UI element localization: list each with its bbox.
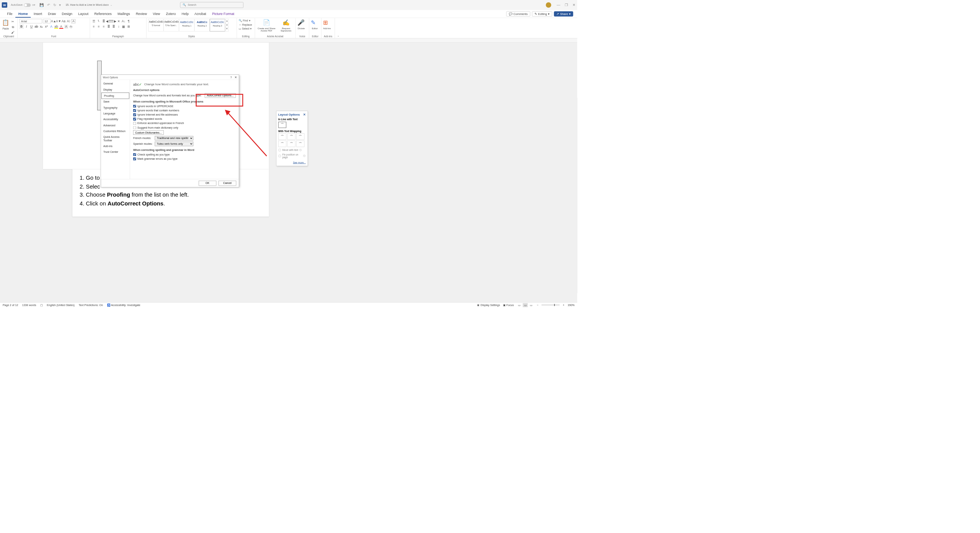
dialog-close-icon[interactable]: ✕ <box>234 76 237 79</box>
styles-down-icon[interactable]: ▾ <box>225 23 228 27</box>
justify-icon[interactable]: ≣ <box>107 25 111 29</box>
font-size-input[interactable]: 12 <box>43 19 51 23</box>
italic-icon[interactable]: I <box>25 25 29 29</box>
editing-mode-button[interactable]: ✎ Editing ▾ <box>532 11 552 17</box>
style-normal[interactable]: AaBbCcDdEe¶ Normal <box>148 19 163 31</box>
user-avatar[interactable] <box>546 2 551 8</box>
cat-trust-center[interactable]: Trust Center <box>101 149 130 155</box>
spell-check-icon[interactable]: ▢ <box>40 303 43 306</box>
tab-acrobat[interactable]: Acrobat <box>191 11 209 17</box>
phonetic-icon[interactable]: A <box>71 19 76 23</box>
checkbox-3[interactable]: Flag repeated words <box>133 118 236 121</box>
select-button[interactable]: ▭ Select ▾ <box>239 27 252 30</box>
cat-advanced[interactable]: Advanced <box>101 122 130 128</box>
cat-addins[interactable]: Add-ins <box>101 143 130 149</box>
cat-language[interactable]: Language <box>101 111 130 116</box>
tab-help[interactable]: Help <box>179 11 191 17</box>
checkbox-2[interactable]: Ignore Internet and file addresses <box>133 113 236 116</box>
checkbox2-0[interactable]: Check spelling as you type <box>133 153 236 156</box>
wrap-topbottom-icon[interactable]: ⌒ <box>278 141 286 147</box>
doctitle-dropdown-icon[interactable]: ⌄ <box>110 3 112 7</box>
paste-button[interactable]: 📋 Paste <box>2 19 10 30</box>
cat-accessibility[interactable]: Accessibility <box>101 116 130 122</box>
align-center-icon[interactable]: ≡ <box>97 25 101 29</box>
style-heading3[interactable]: AaBbCcDcHeading 3 <box>210 19 225 31</box>
cat-customize-ribbon[interactable]: Customize Ribbon <box>101 128 130 134</box>
autosave-toggle[interactable]: AutoSave Off <box>11 3 35 7</box>
grow-font-icon[interactable]: A▲ <box>51 19 56 23</box>
request-signatures-button[interactable]: ✍ Request Signatures <box>279 19 294 32</box>
zoom-in-button[interactable]: + <box>563 303 564 306</box>
qat-dropdown-icon[interactable]: ▾ <box>59 3 61 7</box>
subscript-icon[interactable]: x₂ <box>39 25 43 29</box>
cut-icon[interactable]: ✂ <box>11 20 15 24</box>
collapse-ribbon-icon[interactable]: ⌄ <box>337 35 339 38</box>
align-right-icon[interactable]: ≡ <box>102 25 106 29</box>
char-shading-icon[interactable]: A <box>64 25 68 29</box>
styles-more-icon[interactable]: ≡ <box>225 27 228 31</box>
shading-icon[interactable]: ▦ <box>122 25 126 29</box>
multilevel-icon[interactable]: ≣ <box>102 19 106 23</box>
wrap-through-icon[interactable]: ⌒ <box>296 134 304 140</box>
font-name-input[interactable]: Arial <box>20 19 42 23</box>
read-mode-icon[interactable]: ▭ <box>517 303 522 307</box>
toggle-icon[interactable] <box>24 3 31 7</box>
web-layout-icon[interactable]: ▭ <box>529 303 534 307</box>
tab-picture-format[interactable]: Picture Format <box>209 11 237 17</box>
styles-gallery[interactable]: AaBbCcDdEe¶ Normal AaBbCcDdEe¶ No Spaci.… <box>148 19 229 31</box>
undo-icon[interactable]: ↶ <box>47 3 50 7</box>
format-painter-icon[interactable]: 🖌 <box>11 30 15 35</box>
tab-design[interactable]: Design <box>59 11 75 17</box>
zoom-slider[interactable] <box>541 305 559 305</box>
replace-button[interactable]: ↔ Replace <box>239 23 252 26</box>
show-marks-icon[interactable]: ¶ <box>127 19 131 23</box>
word-count[interactable]: 1336 words <box>22 303 36 306</box>
save-icon[interactable]: 💾 <box>40 3 44 7</box>
tab-layout[interactable]: Layout <box>75 11 91 17</box>
close-icon[interactable]: ✕ <box>572 3 576 7</box>
cat-proofing[interactable]: Proofing <box>101 93 129 99</box>
align-left-icon[interactable]: ≡ <box>92 25 96 29</box>
tab-zotero[interactable]: Zotero <box>163 11 179 17</box>
styles-up-icon[interactable]: ▴ <box>225 19 228 23</box>
print-layout-icon[interactable]: ▭ <box>523 303 528 307</box>
change-case-icon[interactable]: Aa <box>61 19 66 23</box>
addins-button[interactable]: ⊞Add-ins <box>323 19 331 30</box>
cat-save[interactable]: Save <box>101 99 130 104</box>
share-button[interactable]: ↗ Share ▾ <box>554 11 573 17</box>
editor-button[interactable]: ✎Editor <box>311 19 318 30</box>
dialog-titlebar[interactable]: Word Options ? ✕ <box>101 75 239 80</box>
fix-position-radio[interactable]: Fix position on page ⓘ <box>278 153 306 159</box>
minimize-icon[interactable]: — <box>557 3 560 7</box>
search-box[interactable]: 🔍 Search <box>180 2 243 8</box>
ok-button[interactable]: OK <box>199 180 216 185</box>
cat-typography[interactable]: Typography <box>101 105 130 111</box>
underline-icon[interactable]: U <box>30 25 34 29</box>
distributed-icon[interactable]: ≣ <box>112 25 116 29</box>
comments-button[interactable]: 💬 Comments <box>506 11 530 17</box>
restore-icon[interactable]: ❐ <box>565 3 568 7</box>
zoom-level[interactable]: 190% <box>568 303 574 306</box>
focus-button[interactable]: ▣ Focus <box>503 303 514 306</box>
page-indicator[interactable]: Page 2 of 12 <box>3 303 18 306</box>
language-indicator[interactable]: English (United States) <box>47 303 74 306</box>
bold-icon[interactable]: B <box>20 25 24 29</box>
cancel-button[interactable]: Cancel <box>219 180 236 185</box>
wrap-behind-icon[interactable]: ⌒ <box>287 141 295 147</box>
zoom-out-button[interactable]: − <box>537 303 538 306</box>
spanish-modes-select[interactable]: Tuteo verb forms only <box>155 142 193 146</box>
tab-view[interactable]: View <box>150 11 163 17</box>
dialog-help-icon[interactable]: ? <box>230 76 232 79</box>
style-nospacing[interactable]: AaBbCcDdEe¶ No Spaci... <box>163 19 179 31</box>
checkbox2-1[interactable]: Mark grammar errors as you type <box>133 157 236 160</box>
accessibility-indicator[interactable]: ♿ Accessibility: Investigate <box>107 303 140 306</box>
wrap-inline-icon[interactable]: ⌒ <box>278 122 286 128</box>
style-heading2[interactable]: AaBbCcHeading 2 <box>195 19 210 31</box>
tab-insert[interactable]: Insert <box>31 11 45 17</box>
bullets-icon[interactable]: ☰ <box>92 19 96 23</box>
tab-draw[interactable]: Draw <box>45 11 59 17</box>
document-area[interactable]: Go to Selec Choose Proofing from the lis… <box>0 38 577 308</box>
create-pdf-button[interactable]: 📄 Create and Share Adobe PDF <box>257 19 276 32</box>
checkbox-4[interactable]: Enforce accented uppercase in French <box>133 122 236 125</box>
strikethrough-icon[interactable]: ab <box>35 25 39 29</box>
